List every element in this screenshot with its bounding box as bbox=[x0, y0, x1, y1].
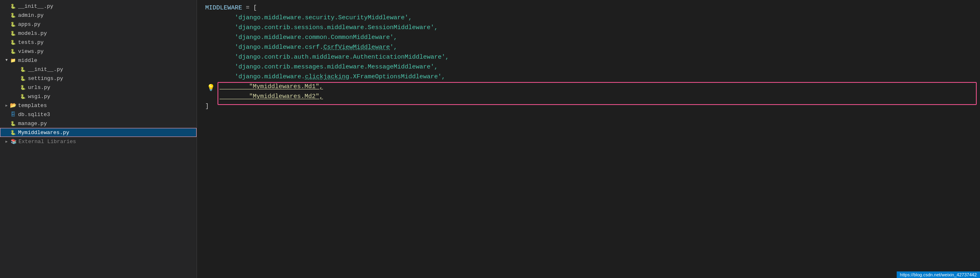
file-models[interactable]: 🐍 models.py bbox=[0, 29, 197, 38]
lightbulb-icon: 💡 bbox=[207, 84, 215, 92]
folder-icon: 📁 bbox=[10, 57, 16, 64]
code-line-1: 'django.middleware.security.SecurityMidd… bbox=[205, 13, 980, 23]
file-urls[interactable]: 🐍 urls.py bbox=[0, 83, 197, 92]
file-manage[interactable]: 🐍 manage.py bbox=[0, 119, 197, 128]
code-line-close: ] bbox=[205, 102, 980, 112]
file-label: Mymiddlewares.py bbox=[18, 130, 69, 136]
code-line-3: 'django.middleware.common.CommonMiddlewa… bbox=[205, 33, 980, 43]
file-tree: 🐍 __init__.py 🐍 admin.py 🐍 apps.py 🐍 mod… bbox=[0, 0, 197, 278]
file-label: db.sqlite3 bbox=[18, 112, 50, 118]
ext-label: External Libraries bbox=[18, 139, 76, 145]
file-label: admin.py bbox=[18, 12, 44, 18]
file-label: views.py bbox=[18, 48, 44, 55]
bottom-url-bar: https://blog.csdn.net/weixin_42737442 bbox=[897, 271, 980, 278]
py-file-icon: 🐍 bbox=[20, 93, 26, 100]
py-file-icon: 🐍 bbox=[10, 129, 16, 136]
file-label: urls.py bbox=[28, 84, 50, 91]
file-tests[interactable]: 🐍 tests.py bbox=[0, 38, 197, 47]
py-file-icon: 🐍 bbox=[10, 120, 16, 127]
code-variable: MIDDLEWARE bbox=[205, 3, 242, 13]
code-line-7: 'django.middleware.clickjacking.XFrameOp… bbox=[205, 72, 980, 82]
folder-templates[interactable]: ▶ 📂 templates bbox=[0, 101, 197, 110]
file-settings[interactable]: 🐍 settings.py bbox=[0, 74, 197, 83]
code-line-4: 'django.middleware.csrf.CsrfViewMiddlewa… bbox=[205, 43, 980, 52]
folder-arrow-right: ▶ bbox=[3, 102, 10, 109]
file-init1[interactable]: 🐍 __init__.py bbox=[0, 2, 197, 11]
ext-arrow: ▶ bbox=[3, 138, 10, 145]
py-file-icon: 🐍 bbox=[10, 48, 16, 55]
url-text: https://blog.csdn.net/weixin_42737442 bbox=[900, 272, 977, 277]
py-file-icon: 🐍 bbox=[10, 30, 16, 36]
py-file-icon: 🐍 bbox=[10, 21, 16, 27]
file-label: __init__.py bbox=[18, 3, 53, 9]
folder-arrow-down: ▼ bbox=[3, 57, 10, 64]
ext-icon: 📚 bbox=[11, 139, 17, 145]
file-apps[interactable]: 🐍 apps.py bbox=[0, 20, 197, 29]
file-db[interactable]: 🗄 db.sqlite3 bbox=[0, 110, 197, 119]
templates-folder-icon: 📂 bbox=[10, 102, 16, 109]
py-file-icon: 🐍 bbox=[20, 66, 26, 73]
file-init2[interactable]: 🐍 __init__.py bbox=[0, 65, 197, 74]
code-line-2: 'django.contrib.sessions.middleware.Sess… bbox=[205, 23, 980, 33]
py-file-icon: 🐍 bbox=[10, 3, 16, 9]
templates-label: templates bbox=[18, 103, 47, 109]
file-label: __init__.py bbox=[28, 66, 63, 73]
file-views[interactable]: 🐍 views.py bbox=[0, 47, 197, 56]
code-editor: MIDDLEWARE = [ 'django.middleware.securi… bbox=[197, 0, 980, 278]
code-line-6: 'django.contrib.messages.middleware.Mess… bbox=[205, 62, 980, 72]
code-line-5: 'django.contrib.auth.middleware.Authenti… bbox=[205, 52, 980, 62]
py-file-icon: 🐍 bbox=[20, 84, 26, 91]
py-file-icon: 🐍 bbox=[10, 12, 16, 18]
file-wsgi[interactable]: 🐍 wsgi.py bbox=[0, 92, 197, 101]
file-label: models.py bbox=[18, 30, 47, 36]
code-line-middleware: MIDDLEWARE = [ bbox=[205, 3, 980, 13]
file-label: apps.py bbox=[18, 21, 41, 27]
file-admin[interactable]: 🐍 admin.py bbox=[0, 11, 197, 20]
py-file-icon: 🐍 bbox=[10, 39, 16, 46]
code-line-my1: "Mymiddlewares.Md1", bbox=[205, 82, 980, 92]
folder-label: middle bbox=[18, 57, 37, 64]
file-label: tests.py bbox=[18, 39, 44, 46]
code-line-my2: "Mymiddlewares.Md2", bbox=[205, 92, 980, 102]
folder-middle[interactable]: ▼ 📁 middle bbox=[0, 56, 197, 65]
py-file-icon: 🐍 bbox=[20, 75, 26, 82]
highlighted-section: 💡 "Mymiddlewares.Md1", "Mymiddlewares.Md… bbox=[205, 82, 980, 102]
db-file-icon: 🗄 bbox=[10, 111, 16, 118]
file-label: settings.py bbox=[28, 75, 63, 82]
file-mymiddlewares[interactable]: 🐍 Mymiddlewares.py bbox=[0, 128, 197, 137]
file-label: manage.py bbox=[18, 121, 47, 127]
external-libraries[interactable]: ▶ 📚 External Libraries bbox=[0, 137, 197, 146]
file-label: wsgi.py bbox=[28, 93, 50, 100]
